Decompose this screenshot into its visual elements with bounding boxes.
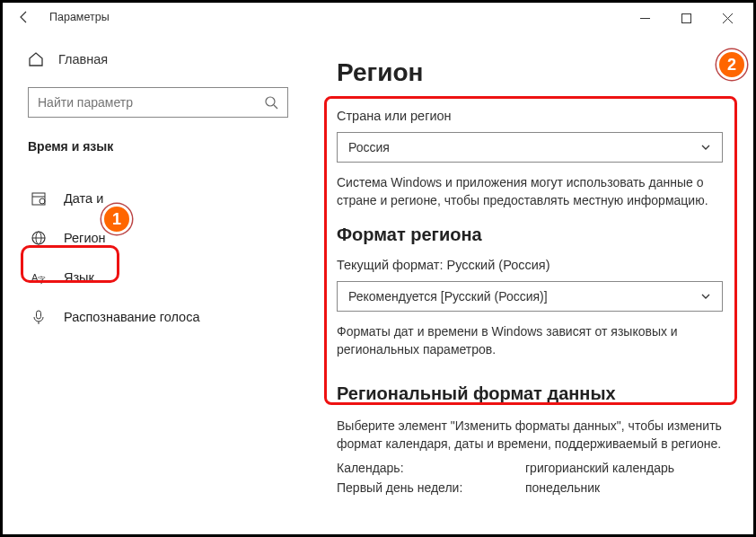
- home-label: Главная: [58, 52, 108, 66]
- nav-label: Распознавание голоса: [64, 310, 200, 324]
- country-dropdown[interactable]: Россия: [337, 132, 723, 163]
- kv-firstday: Первый день недели: понедельник: [337, 480, 732, 495]
- svg-line-5: [274, 105, 277, 109]
- microphone-icon: [30, 309, 48, 325]
- chevron-down-icon: [700, 291, 711, 302]
- calendar-icon: [30, 190, 48, 207]
- nav-item-speech[interactable]: Распознавание голоса: [28, 297, 297, 337]
- search-input[interactable]: [28, 87, 288, 118]
- nav-label: Регион: [64, 231, 106, 245]
- nav-item-date[interactable]: Дата и: [28, 179, 297, 218]
- svg-rect-14: [37, 311, 41, 319]
- globe-icon: [30, 230, 48, 246]
- country-description: Система Windows и приложения могут испол…: [337, 173, 723, 210]
- language-icon: A字: [30, 269, 48, 286]
- minimize-button[interactable]: [624, 5, 665, 31]
- calendar-key: Календарь:: [337, 461, 525, 475]
- regional-description: Выберите элемент "Изменить форматы данны…: [337, 417, 723, 453]
- window-title: Параметры: [49, 11, 110, 23]
- page-title: Регион: [337, 58, 732, 87]
- svg-point-4: [266, 97, 275, 106]
- svg-point-8: [40, 198, 45, 204]
- section-heading: Время и язык: [28, 139, 297, 154]
- format-dropdown[interactable]: Рекомендуется [Русский (Россия)]: [337, 281, 723, 312]
- calendar-value: григорианский календарь: [525, 461, 674, 475]
- format-description: Форматы дат и времени в Windows зависят …: [337, 322, 723, 359]
- maximize-button[interactable]: [665, 5, 707, 31]
- nav-item-language[interactable]: A字 Язык: [28, 258, 297, 297]
- svg-rect-1: [681, 13, 690, 22]
- nav-item-region[interactable]: Регион: [28, 218, 297, 258]
- format-heading: Формат региона: [337, 224, 732, 245]
- firstday-key: Первый день недели:: [337, 480, 525, 495]
- home-link[interactable]: Главная: [28, 44, 297, 75]
- firstday-value: понедельник: [525, 480, 600, 495]
- nav-label: Язык: [64, 270, 94, 285]
- close-button[interactable]: [707, 5, 748, 31]
- current-format-label: Текущий формат: Русский (Россия): [337, 258, 732, 272]
- svg-text:字: 字: [38, 276, 46, 285]
- search-field[interactable]: [38, 95, 264, 110]
- country-value: Россия: [348, 140, 390, 154]
- callout-badge-1: 1: [101, 204, 132, 234]
- country-label: Страна или регион: [337, 109, 732, 123]
- regional-heading: Региональный формат данных: [337, 383, 732, 404]
- back-button[interactable]: [12, 4, 37, 30]
- callout-badge-2: 2: [716, 49, 747, 80]
- chevron-down-icon: [700, 142, 711, 153]
- nav-label: Дата и: [64, 191, 103, 206]
- kv-calendar: Календарь: григорианский календарь: [337, 461, 732, 475]
- format-value: Рекомендуется [Русский (Россия)]: [348, 289, 548, 304]
- search-icon: [264, 95, 278, 110]
- home-icon: [28, 51, 44, 67]
